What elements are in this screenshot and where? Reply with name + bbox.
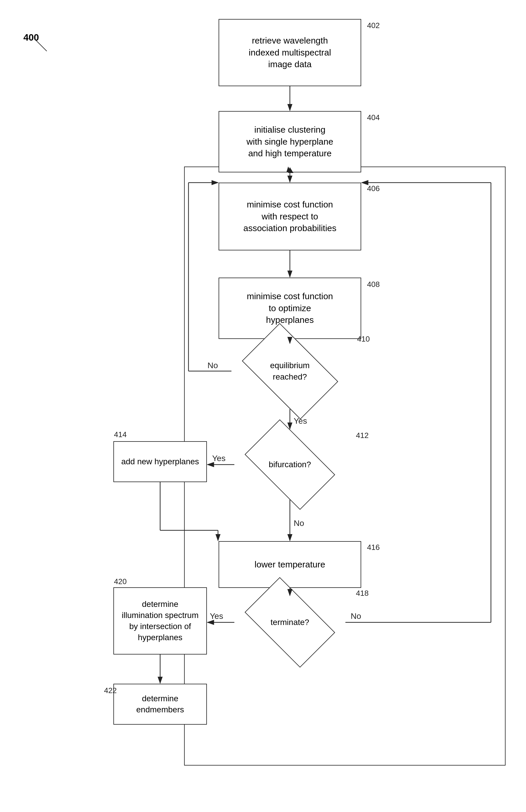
node-402-id: 402	[367, 21, 380, 30]
node-416-label: lower temperature	[254, 559, 325, 571]
diamond-410-wrapper: equilibrium reached?	[231, 333, 348, 409]
svg-line-0	[35, 40, 47, 51]
node-402-label: retrieve wavelength indexed multispectra…	[249, 35, 331, 70]
node-420: determine illumination spectrum by inter…	[113, 587, 207, 654]
node-422: determine endmembers	[113, 684, 207, 725]
node-408-label: minimise cost function to optimize hyper…	[247, 290, 333, 326]
node-418-id: 418	[356, 589, 368, 598]
node-416: lower temperature	[219, 541, 361, 588]
node-406-label: minimise cost function with respect to a…	[244, 199, 337, 234]
node-406-id: 406	[367, 184, 380, 193]
diamond-418-wrapper: terminate?	[234, 587, 346, 657]
diamond-418-label: terminate?	[271, 617, 309, 628]
node-410-id: 410	[357, 335, 370, 344]
node-408-id: 408	[367, 280, 380, 289]
flowchart-diagram: 400 retrieve wavelength indexed multispe…	[0, 0, 526, 812]
node-416-id-label: 416	[367, 543, 380, 552]
node-422-label: determine endmembers	[136, 693, 184, 715]
node-408: minimise cost function to optimize hyper…	[219, 278, 361, 339]
node-422-id: 422	[104, 686, 117, 695]
node-414-id: 414	[114, 430, 127, 439]
node-420-id: 420	[114, 577, 127, 586]
label-arrow-400	[29, 33, 53, 57]
node-420-label: determine illumination spectrum by inter…	[122, 599, 199, 643]
diamond-412-label: bifurcation?	[269, 459, 311, 470]
node-414: add new hyperplanes	[113, 441, 207, 482]
node-412-id: 412	[356, 431, 368, 440]
node-406: minimise cost function with respect to a…	[219, 183, 361, 250]
diamond-412-wrapper: bifurcation?	[234, 430, 346, 499]
node-404-id: 404	[367, 113, 380, 122]
node-402: retrieve wavelength indexed multispectra…	[219, 19, 361, 86]
diamond-410-label: equilibrium reached?	[270, 360, 309, 382]
node-404-label: initialise clustering with single hyperp…	[247, 124, 333, 160]
node-414-label: add new hyperplanes	[121, 456, 199, 467]
node-404: initialise clustering with single hyperp…	[219, 111, 361, 172]
